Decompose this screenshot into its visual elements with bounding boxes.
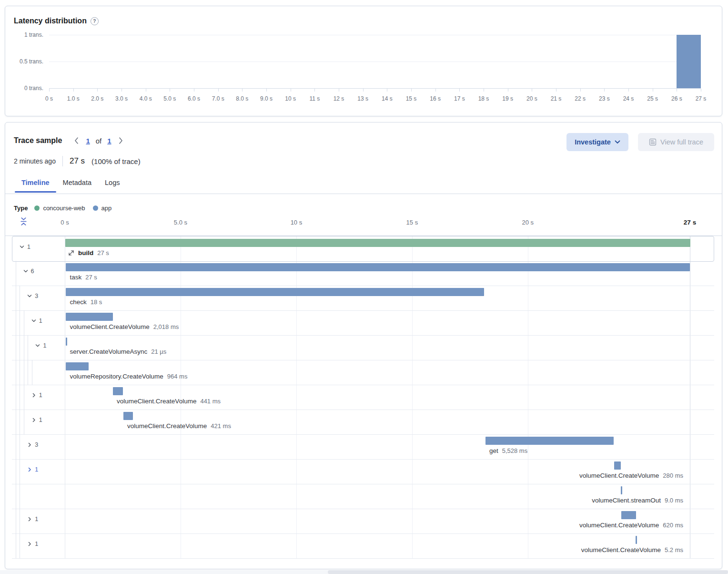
row-expand-toggle[interactable]: 1 bbox=[31, 417, 42, 423]
legend-item-concourse-web[interactable]: concourse-web bbox=[34, 205, 85, 212]
tab-logs[interactable]: Logs bbox=[98, 176, 126, 192]
span-bar[interactable] bbox=[65, 239, 690, 247]
trace-duration: 27 s bbox=[70, 156, 85, 166]
x-axis-tick-label: 15 s bbox=[400, 95, 423, 102]
collapse-all-button[interactable] bbox=[20, 217, 28, 226]
histogram-bar[interactable] bbox=[677, 35, 701, 88]
chevron-right-icon bbox=[31, 392, 37, 398]
x-axis-tick-label: 9.0 s bbox=[255, 95, 278, 102]
latency-distribution-panel: Latency distribution ? 1 trans.0.5 trans… bbox=[5, 6, 722, 116]
tab-metadata[interactable]: Metadata bbox=[56, 176, 98, 192]
span-label: volumeClient.CreateVolume421 ms bbox=[127, 422, 231, 430]
row-expand-toggle[interactable]: 1 bbox=[27, 466, 38, 473]
help-icon[interactable]: ? bbox=[91, 17, 99, 25]
legend-item-app[interactable]: app bbox=[93, 205, 112, 212]
child-count: 3 bbox=[35, 441, 38, 448]
span-name: volumeClient.CreateVolume bbox=[579, 472, 659, 479]
indent-guide bbox=[24, 335, 24, 360]
pager-total-pages[interactable]: 1 bbox=[107, 137, 111, 145]
child-count: 1 bbox=[35, 541, 38, 547]
x-axis-tick-label: 20 s bbox=[520, 95, 543, 102]
span-bar[interactable] bbox=[113, 387, 123, 395]
span-name: volumeClient.CreateVolume bbox=[117, 398, 196, 405]
legend-dot bbox=[93, 205, 98, 211]
waterfall-row[interactable]: 1volumeClient.CreateVolume421 ms bbox=[12, 410, 714, 435]
pager-next-icon[interactable] bbox=[117, 136, 125, 145]
waterfall-row[interactable]: 1volumeClient.CreateVolume5.2 ms bbox=[12, 533, 714, 559]
legend-item-label: app bbox=[101, 205, 112, 212]
indent-guide bbox=[20, 533, 20, 558]
waterfall-row[interactable]: 3check18 s bbox=[12, 286, 714, 311]
tab-timeline[interactable]: Timeline bbox=[15, 176, 56, 192]
row-expand-toggle[interactable]: 1 bbox=[27, 516, 38, 523]
waterfall-row[interactable]: 1server.CreateVolumeAsync21 µs bbox=[12, 335, 714, 360]
span-bar[interactable] bbox=[66, 263, 690, 271]
type-legend: Type concourse-webapp bbox=[14, 205, 111, 212]
span-bar[interactable] bbox=[66, 288, 484, 296]
x-axis-tick bbox=[49, 89, 50, 92]
investigate-button[interactable]: Investigate bbox=[566, 133, 628, 151]
x-axis-tick bbox=[146, 89, 146, 92]
trace-percent: (100% of trace) bbox=[91, 157, 141, 165]
child-count: 3 bbox=[35, 293, 38, 299]
indent-guide bbox=[16, 484, 16, 509]
row-expand-toggle[interactable]: 1 bbox=[35, 342, 46, 349]
span-name: check bbox=[70, 298, 86, 306]
row-expand-toggle[interactable]: 3 bbox=[27, 441, 38, 448]
span-bar[interactable] bbox=[66, 338, 67, 346]
trace-pager: 1 of 1 bbox=[72, 136, 124, 145]
waterfall-row[interactable]: 1build27 s bbox=[12, 236, 714, 262]
indent-guide bbox=[20, 360, 20, 385]
span-name: task bbox=[70, 274, 81, 281]
row-expand-toggle[interactable]: 1 bbox=[19, 244, 30, 250]
row-bars-area: volumeClient.streamOut9.0 ms bbox=[65, 484, 690, 509]
waterfall-row[interactable]: volumeRepository.CreateVolume964 ms bbox=[12, 360, 714, 385]
indent-guide bbox=[24, 385, 24, 410]
waterfall-row[interactable]: 6task27 s bbox=[12, 261, 714, 286]
x-axis-tick-label: 14 s bbox=[375, 95, 398, 102]
x-axis-tick bbox=[653, 89, 653, 92]
span-bar[interactable] bbox=[485, 437, 614, 445]
indent-guide bbox=[24, 310, 24, 335]
row-expand-toggle[interactable]: 6 bbox=[23, 268, 34, 275]
row-expand-toggle[interactable]: 3 bbox=[27, 293, 38, 299]
chevron-down-icon bbox=[23, 268, 29, 274]
span-bar[interactable] bbox=[614, 461, 621, 470]
span-bar[interactable] bbox=[66, 362, 88, 370]
row-expand-toggle[interactable]: 1 bbox=[31, 392, 42, 399]
waterfall-row[interactable]: 1volumeClient.CreateVolume2,018 ms bbox=[12, 310, 714, 336]
investigate-button-label: Investigate bbox=[575, 138, 611, 146]
y-gridline bbox=[49, 88, 701, 89]
span-bar[interactable] bbox=[636, 536, 637, 544]
indent-guide bbox=[16, 509, 16, 533]
span-name: volumeClient.CreateVolume bbox=[579, 522, 659, 529]
chevron-down-icon bbox=[35, 343, 40, 348]
row-expand-toggle[interactable]: 1 bbox=[31, 318, 42, 324]
waterfall-row[interactable]: volumeClient.streamOut9.0 ms bbox=[12, 484, 714, 509]
span-bar[interactable] bbox=[621, 511, 636, 519]
child-count: 1 bbox=[39, 417, 42, 423]
pager-current-page[interactable]: 1 bbox=[86, 137, 90, 145]
waterfall-row[interactable]: 1volumeClient.CreateVolume441 ms bbox=[12, 385, 714, 410]
row-expand-toggle[interactable]: 1 bbox=[27, 541, 38, 547]
x-axis-tick bbox=[604, 89, 605, 92]
waterfall-row[interactable]: 3get5,528 ms bbox=[12, 434, 714, 460]
row-bars-area: volumeRepository.CreateVolume964 ms bbox=[65, 360, 690, 385]
x-axis-tick-label: 8.0 s bbox=[231, 95, 253, 102]
pager-prev-icon[interactable] bbox=[72, 136, 80, 145]
indent-guide bbox=[20, 434, 20, 459]
x-axis-tick-label: 3.0 s bbox=[110, 95, 133, 102]
x-axis-tick-label: 0 s bbox=[38, 95, 61, 102]
horizontal-scrollbar[interactable] bbox=[328, 570, 728, 574]
span-bar[interactable] bbox=[123, 412, 133, 420]
view-full-trace-button[interactable]: View full trace bbox=[638, 133, 714, 151]
indent-guide bbox=[20, 484, 20, 509]
y-gridline bbox=[49, 35, 701, 35]
span-bar[interactable] bbox=[66, 313, 112, 321]
waterfall-row[interactable]: 1volumeClient.CreateVolume280 ms bbox=[12, 459, 714, 484]
span-bar[interactable] bbox=[621, 486, 622, 494]
span-duration: 964 ms bbox=[167, 373, 188, 380]
waterfall-row[interactable]: 1volumeClient.CreateVolume620 ms bbox=[12, 509, 714, 534]
x-axis-tick bbox=[701, 89, 701, 92]
indent-guide bbox=[20, 310, 20, 335]
